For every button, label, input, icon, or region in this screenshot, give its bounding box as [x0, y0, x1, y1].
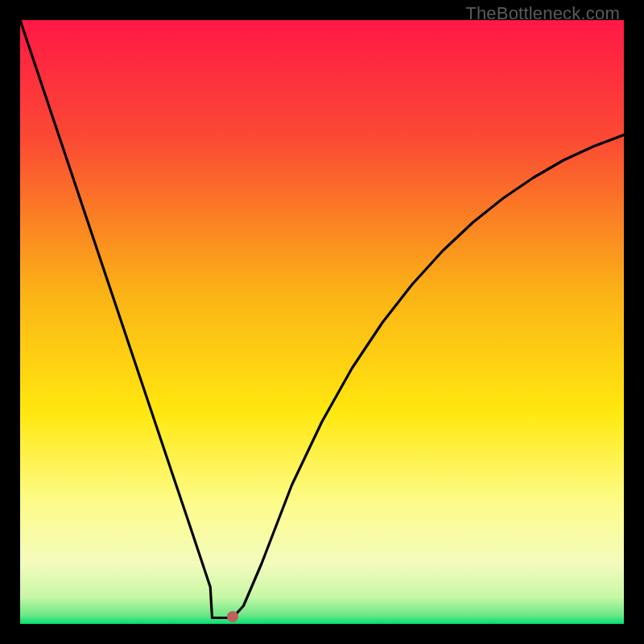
bottleneck-chart — [20, 20, 624, 624]
watermark-text: TheBottleneck.com — [465, 3, 620, 24]
chart-frame — [20, 20, 624, 624]
optimum-marker — [227, 611, 238, 622]
gradient-background — [20, 20, 624, 624]
